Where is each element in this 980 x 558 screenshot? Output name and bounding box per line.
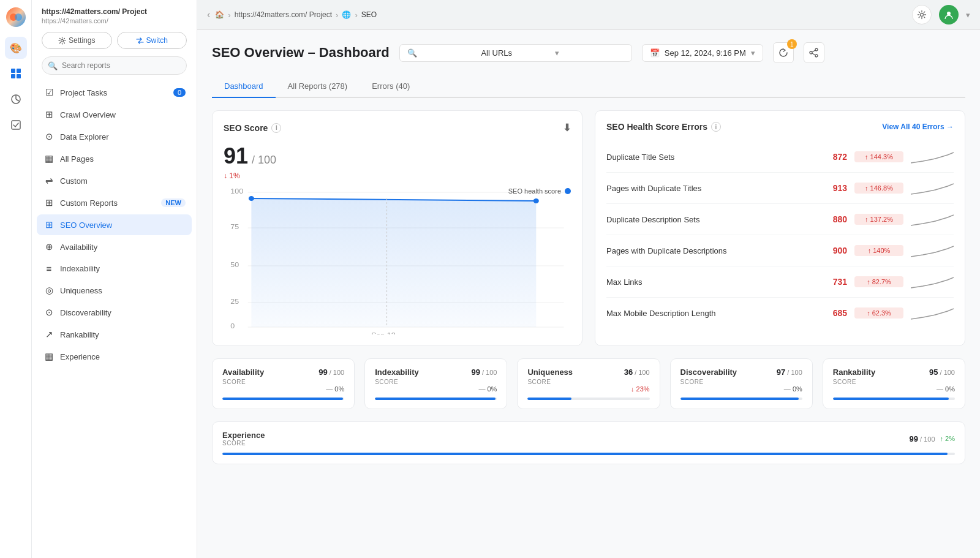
svg-text:Sep 12: Sep 12 [371,331,396,334]
main-content: ‹ 🏠 › https://42matters.com/ Project › 🌐… [197,0,980,558]
url-search-icon: 🔍 [407,48,477,58]
share-button[interactable] [804,42,824,63]
errors-list: Duplicate Title Sets872↑ 144.3%Pages wit… [606,141,954,328]
user-avatar[interactable] [939,5,959,25]
tab-all-reports[interactable]: All Reports (278) [276,75,360,98]
date-chevron-icon: ▾ [751,48,755,58]
project-tasks-icon: ☑ [43,87,55,98]
error-badge: ↑ 146.8% [854,183,903,194]
breadcrumb-project[interactable]: https://42matters.com/ Project [235,10,332,19]
refresh-button[interactable]: 1 [773,42,794,63]
tabs: DashboardAll Reports (278)Errors (40) [212,75,965,98]
score-cards-row: Availability 99 / 100 SCORE — 0% Indexab… [212,358,965,409]
health-errors-info-icon[interactable]: i [711,122,721,132]
svg-point-10 [947,12,951,15]
sidebar-item-label: Rankability [60,330,99,339]
sidebar-item-seo-overview[interactable]: ⊞SEO Overview [37,214,192,235]
nav-back-button[interactable]: ‹ [207,9,210,20]
nav-icon-paint[interactable]: 🎨 [5,37,27,59]
nav-icon-check[interactable] [5,114,27,136]
sparkline [911,241,954,260]
score-card-bar [680,398,802,400]
error-count: 900 [823,246,847,255]
experience-change: ↑ 2% [940,435,955,442]
sidebar-item-data-explorer[interactable]: ⊙Data Explorer [37,126,192,147]
sidebar-item-all-pages[interactable]: ▦All Pages [37,148,192,169]
error-name: Max Mobile Description Length [606,309,815,318]
download-button[interactable]: ⬇ [563,122,571,134]
app-logo[interactable] [6,7,26,27]
nav-header: https://42matters.com/ Project https://4… [32,7,197,32]
score-card-bar-fill [527,398,571,400]
nav-icon-grid[interactable] [5,62,27,85]
score-card-rankability[interactable]: Rankability 95 / 100 SCORE — 0% [823,358,965,409]
date-selector[interactable]: 📅 Sep 12, 2024, 9:16 PM ▾ [642,44,763,62]
chart-legend: SEO health score [508,187,571,195]
sidebar-item-label: All Pages [60,154,94,164]
score-card-change: — 0% [375,385,497,393]
sidebar-item-indexability[interactable]: ≡Indexability [37,258,192,279]
tab-dashboard[interactable]: Dashboard [212,75,276,98]
crawl-overview-icon: ⊞ [43,109,55,120]
error-badge: ↑ 140% [854,245,903,256]
score-card-title: Uniqueness [527,368,573,377]
error-badge: ↑ 137.2% [854,214,903,225]
settings-gear-button[interactable] [912,5,932,25]
custom-icon: ⇌ [43,175,55,186]
url-chevron-icon: ▾ [555,48,624,58]
user-chevron[interactable]: ▾ [966,10,970,20]
sidebar-item-uniqueness[interactable]: ◎Uniqueness [37,280,192,301]
score-card-title: Discoverability [680,368,737,377]
score-card-label: SCORE [222,379,344,385]
score-card-discoverability[interactable]: Discoverability 97 / 100 SCORE — 0% [670,358,813,409]
sidebar-item-label: Discoverability [60,308,111,317]
nav-icon-chart[interactable] [5,88,27,110]
sidebar-item-label: Experience [60,352,100,361]
view-all-errors-button[interactable]: View All 40 Errors → [882,123,954,131]
score-card-availability[interactable]: Availability 99 / 100 SCORE — 0% [212,358,355,409]
score-card-value: 99 / 100 [318,368,344,377]
score-card-indexability[interactable]: Indexability 99 / 100 SCORE — 0% [364,358,507,409]
url-filter-selector[interactable]: 🔍 All URLs ▾ [399,44,632,62]
data-explorer-icon: ⊙ [43,131,55,142]
sidebar-item-rankability[interactable]: ↗Rankability [37,324,192,345]
sidebar-item-discoverability[interactable]: ⊙Discoverability [37,302,192,323]
svg-text:25: 25 [230,298,239,305]
error-count: 880 [823,214,847,224]
seo-score-number: 91 [224,143,248,169]
seo-score-info-icon[interactable]: i [271,123,281,133]
score-card-label: SCORE [375,379,497,385]
score-card-title: Indexability [375,368,419,377]
site-url: https://42matters.com/ [42,17,187,25]
seo-overview-icon: ⊞ [43,219,55,230]
error-name: Pages with Duplicate Titles [606,184,815,193]
indexability-icon: ≡ [43,263,55,274]
score-card-value: 97 / 100 [777,368,802,377]
switch-button[interactable]: Switch [117,32,187,49]
breadcrumb-home[interactable]: 🏠 [215,10,224,19]
svg-text:100: 100 [230,187,243,195]
error-name: Duplicate Title Sets [606,153,815,162]
score-card-change: — 0% [680,385,802,393]
sidebar-item-custom[interactable]: ⇌Custom [37,170,192,191]
sidebar-item-project-tasks[interactable]: ☑Project Tasks0 [37,82,192,103]
experience-icon: ▦ [43,351,55,362]
search-icon: 🔍 [48,61,58,70]
settings-button[interactable]: Settings [42,32,112,49]
svg-point-1 [15,13,22,21]
tab-errors[interactable]: Errors (40) [360,75,422,98]
seo-score-change: ↓ 1% [224,172,571,180]
dash-header: SEO Overview – Dashboard 🔍 All URLs ▾ 📅 … [212,42,965,63]
sidebar-item-experience[interactable]: ▦Experience [37,346,192,367]
score-card-uniqueness[interactable]: Uniqueness 36 / 100 SCORE ↓ 23% [517,358,660,409]
experience-title: Experience [222,431,265,440]
sidebar-item-custom-reports[interactable]: ⊞Custom ReportsNEW [37,192,192,213]
sidebar-item-crawl-overview[interactable]: ⊞Crawl Overview [37,104,192,125]
sparkline [911,304,954,322]
error-count: 685 [823,308,847,318]
sidebar-item-availability[interactable]: ⊕Availability [37,236,192,257]
search-box: 🔍 [42,56,187,75]
search-input[interactable] [42,56,187,75]
refresh-badge: 1 [787,39,797,49]
error-count: 913 [823,183,847,193]
